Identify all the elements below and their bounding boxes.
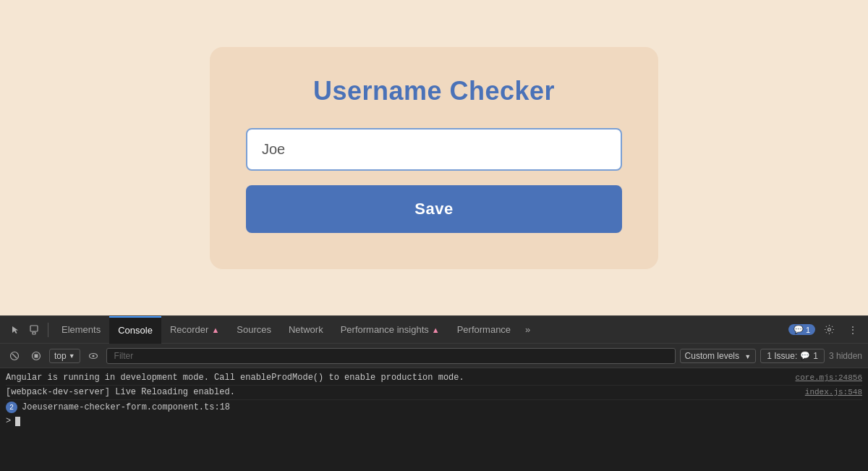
tab-elements[interactable]: Elements (53, 316, 109, 344)
more-options-icon[interactable]: ⋮ (843, 321, 862, 339)
chat-icon: 💬 (793, 325, 804, 334)
tab-sources[interactable]: Sources (228, 316, 280, 344)
svg-line-4 (12, 354, 17, 358)
recorder-warning-icon: ▲ (211, 326, 219, 334)
tab-recorder[interactable]: Recorder ▲ (161, 316, 228, 344)
chat-badge: 💬 1 (788, 324, 815, 335)
input-cursor (15, 417, 20, 426)
chevron-down-icon: ▼ (69, 352, 75, 360)
svg-point-2 (828, 328, 831, 331)
console-text-webpack: [webpack-dev-server] Live Reloading enab… (6, 387, 235, 397)
console-source-webpack[interactable]: index.js:548 (805, 388, 862, 396)
device-toolbar-icon[interactable] (25, 322, 43, 338)
perf-insights-warning-icon: ▲ (432, 326, 440, 334)
devtools-panel: Elements Console Recorder ▲ Sources Netw… (0, 315, 868, 471)
console-text-angular: Angular is running in development mode. … (6, 373, 464, 383)
console-toolbar: top ▼ Custom levels ▼ 1 Issue: 💬 1 3 hid… (0, 344, 868, 368)
more-tabs-button[interactable]: » (519, 318, 536, 341)
console-output: Angular is running in development mode. … (0, 368, 868, 471)
prompt-caret: > (6, 416, 11, 426)
svg-rect-1 (33, 332, 35, 334)
console-text-joe: Joe (22, 402, 38, 412)
console-line-joe: 2 Joe username-checker-form.component.ts… (6, 400, 862, 415)
svg-point-8 (92, 355, 94, 357)
clear-console-icon[interactable] (6, 349, 23, 363)
page-title: Username Checker (313, 76, 555, 106)
toolbar-divider (48, 323, 48, 337)
stop-icon[interactable] (27, 349, 45, 363)
app-area: Username Checker Save (0, 0, 868, 315)
tab-network[interactable]: Network (280, 316, 332, 344)
tab-performance-insights[interactable]: Performance insights ▲ (332, 316, 448, 344)
svg-rect-0 (30, 326, 38, 331)
filter-input[interactable] (106, 348, 676, 364)
settings-icon[interactable] (820, 321, 839, 338)
console-source-angular[interactable]: core.mjs:24856 (796, 373, 862, 382)
svg-rect-6 (35, 354, 38, 357)
context-label: top (54, 351, 67, 361)
issue-chat-icon: 💬 (800, 351, 810, 360)
cursor-icon[interactable] (6, 322, 25, 338)
custom-levels-chevron: ▼ (744, 353, 751, 360)
console-line-webpack: [webpack-dev-server] Live Reloading enab… (6, 386, 862, 400)
console-source-joe[interactable]: username-checker-form.component.ts:18 (38, 402, 230, 412)
console-prompt-line: > (6, 415, 862, 428)
tab-performance[interactable]: Performance (448, 316, 519, 344)
console-line-angular: Angular is running in development mode. … (6, 371, 862, 386)
eye-icon[interactable] (85, 349, 102, 363)
context-selector[interactable]: top ▼ (49, 349, 80, 363)
username-checker-card: Username Checker Save (210, 47, 658, 269)
custom-levels-selector[interactable]: Custom levels ▼ (680, 349, 757, 363)
save-button[interactable]: Save (246, 185, 622, 233)
devtools-tabbar: Elements Console Recorder ▲ Sources Netw… (0, 316, 868, 344)
issue-badge[interactable]: 1 Issue: 💬 1 (760, 349, 825, 363)
username-input[interactable] (246, 128, 622, 171)
tab-console[interactable]: Console (109, 316, 161, 344)
hidden-count: 3 hidden (829, 351, 862, 361)
repeat-count-badge: 2 (6, 402, 17, 413)
toolbar-right: 💬 1 ⋮ (788, 321, 862, 339)
